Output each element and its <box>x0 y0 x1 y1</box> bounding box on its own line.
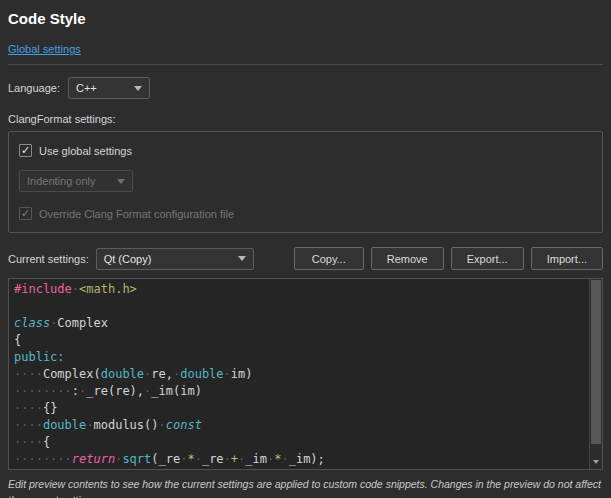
remove-button[interactable]: Remove <box>371 247 444 270</box>
page-title: Code Style <box>8 10 603 27</box>
scrollbar-thumb[interactable] <box>591 280 601 444</box>
checkmark-icon: ✓ <box>21 208 30 219</box>
code-line <box>14 298 597 315</box>
settings-button-group: Copy... Remove Export... Import... <box>294 247 603 270</box>
code-preview-editor[interactable]: #include·<math.h> class·Complex{public:·… <box>8 278 603 470</box>
copy-button[interactable]: Copy... <box>294 247 364 270</box>
code-line: ········return·sqrt(_re·*·_re·+·_im·*·_i… <box>14 451 597 468</box>
separator <box>8 64 603 65</box>
use-global-settings-checkbox[interactable]: ✓ Use global settings <box>19 144 592 157</box>
chevron-down-icon <box>134 86 142 91</box>
code-line: { <box>14 332 597 349</box>
editor-vertical-scrollbar[interactable] <box>589 279 602 469</box>
code-line: ····Complex(double·re,·double·im) <box>14 366 597 383</box>
current-settings-value: Qt (Copy) <box>104 253 152 265</box>
checkmark-icon: ✓ <box>21 145 30 156</box>
code-line: ····double·modulus()·const <box>14 417 597 434</box>
chevron-down-icon <box>238 256 246 261</box>
arrow-down-icon <box>593 460 599 464</box>
language-label: Language: <box>8 82 60 94</box>
override-clang-format-checkbox: ✓ Override Clang Format configuration fi… <box>19 207 592 220</box>
checkbox-box: ✓ <box>19 207 32 220</box>
override-clang-format-label: Override Clang Format configuration file <box>39 208 234 220</box>
clangformat-label: ClangFormat settings: <box>8 113 603 125</box>
code-line: class·Complex <box>14 315 597 332</box>
checkbox-box: ✓ <box>19 144 32 157</box>
code-line: public: <box>14 349 597 366</box>
indenting-mode-value: Indenting only <box>27 175 96 187</box>
code-style-page: Code Style Global settings Language: C++… <box>0 0 611 498</box>
clangformat-groupbox: ✓ Use global settings Indenting only ✓ O… <box>8 131 603 233</box>
footer-note: Edit preview contents to see how the cur… <box>8 477 603 498</box>
use-global-settings-label: Use global settings <box>39 145 132 157</box>
language-select[interactable]: C++ <box>68 77 150 99</box>
language-value: C++ <box>76 82 97 94</box>
code-line: ········:·_re(re),·_im(im) <box>14 383 597 400</box>
current-settings-label: Current settings: <box>8 253 89 265</box>
scrollbar-down-button[interactable] <box>590 455 602 468</box>
export-button[interactable]: Export... <box>451 247 524 270</box>
code-line: #include·<math.h> <box>14 281 597 298</box>
current-settings-row: Current settings: Qt (Copy) Copy... Remo… <box>8 247 603 270</box>
code-line: ····{} <box>14 400 597 417</box>
language-row: Language: C++ <box>8 77 603 99</box>
chevron-down-icon <box>117 179 125 184</box>
code-line: ····{ <box>14 434 597 451</box>
code-editor-content[interactable]: #include·<math.h> class·Complex{public:·… <box>9 279 602 470</box>
indenting-mode-select: Indenting only <box>19 170 133 192</box>
global-settings-link[interactable]: Global settings <box>8 43 81 55</box>
import-button[interactable]: Import... <box>531 247 603 270</box>
current-settings-select[interactable]: Qt (Copy) <box>96 248 254 270</box>
